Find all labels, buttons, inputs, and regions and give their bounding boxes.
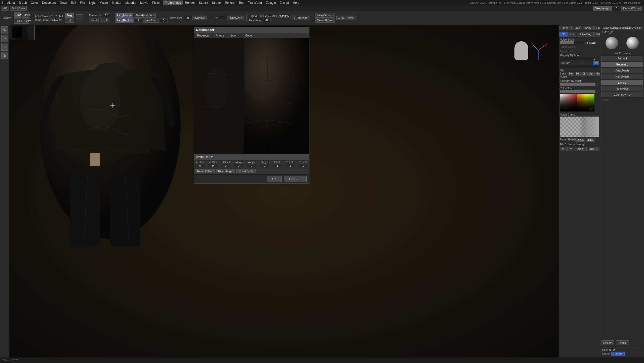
subtool-btn[interactable]: Subtool <box>601 56 643 61</box>
reset-scale-btn[interactable]: Reset Scale <box>236 169 256 173</box>
menu-brush[interactable]: Brush <box>17 1 28 5</box>
mil-btn[interactable]: Mil <box>575 72 581 76</box>
strength-del-btn[interactable]: Del <box>593 61 599 65</box>
ok-button[interactable]: OK <box>267 176 282 182</box>
zsub-btn[interactable]: Zsub <box>100 18 109 22</box>
detect-edges-btn[interactable]: DetectEdges <box>315 18 335 23</box>
array-mesh-btn[interactable]: ArrayMesh <box>601 68 643 73</box>
menu-movie[interactable]: Movie <box>138 1 150 5</box>
nano-mesh-btn[interactable]: NanoMesh <box>601 74 643 79</box>
menu-edit[interactable]: Edit <box>69 1 78 5</box>
nm-noiseplug-btn[interactable]: NoisePlug <box>577 32 594 37</box>
z-remesher-btn[interactable]: ZRemesher <box>292 16 310 20</box>
see-through-val[interactable]: 0 <box>613 6 620 10</box>
redo-btn[interactable]: Redo <box>597 147 600 151</box>
menu-stencil[interactable]: Stencil <box>197 1 210 5</box>
geometry-btn[interactable]: Geometry <box>601 62 643 67</box>
dir-btn[interactable]: Dir <box>581 72 587 76</box>
fh-btn[interactable]: fH <box>560 147 567 151</box>
menu-transform[interactable]: Transform <box>247 1 264 5</box>
geometry-hd-btn[interactable]: Geometry HD <box>601 92 643 97</box>
zadd-btn[interactable]: Zadd <box>89 18 99 22</box>
texture-sphere[interactable] <box>626 37 639 49</box>
noisemaker-preview-area[interactable] <box>194 38 309 154</box>
color-square-left[interactable] <box>560 94 577 112</box>
left-icon-4[interactable]: ↻ <box>1 52 8 59</box>
layers-btn[interactable]: Layers <box>601 80 643 85</box>
x-angle-val[interactable]: 0 <box>234 164 244 167</box>
undo-btn[interactable]: Undo <box>586 147 597 151</box>
fv-btn[interactable]: fV <box>567 147 574 151</box>
menu-picker[interactable]: Picker <box>150 1 162 5</box>
select-r-btn[interactable]: SelectR <box>616 340 629 345</box>
menu-preferences[interactable]: Preferences <box>163 1 183 5</box>
color-picker-main[interactable] <box>560 94 599 112</box>
x-offset-val[interactable]: 0 <box>195 164 205 167</box>
lazy-snap-btn[interactable]: LazySnap <box>143 18 159 23</box>
reset-btn[interactable]: Reset <box>575 147 586 151</box>
cancel-button[interactable]: CANCEL <box>284 176 307 182</box>
noisemaker-move[interactable]: Move <box>242 33 255 38</box>
mrgb-btn[interactable]: Mrgb <box>65 13 74 18</box>
m-btn[interactable]: M <box>65 18 74 23</box>
magnify-by-mask-bar[interactable] <box>560 57 593 60</box>
menu-macro[interactable]: Macro <box>98 1 110 5</box>
z-intensity-val[interactable]: 21 <box>103 13 110 17</box>
y-scale-val[interactable]: 1 <box>285 164 295 167</box>
scale-btn[interactable]: Scale <box>14 18 21 24</box>
menu-file[interactable]: File <box>78 1 87 5</box>
draw-btn[interactable]: Draw <box>14 12 21 18</box>
left-icon-2[interactable]: ↔ <box>1 35 8 42</box>
offset-btn[interactable]: Offset <box>575 138 585 142</box>
nm-uv-btn[interactable]: Uv <box>568 32 576 37</box>
menu-alpha[interactable]: Alpha <box>5 1 17 5</box>
default-zscript-btn[interactable]: DefaultZScript <box>621 6 642 11</box>
menu-render[interactable]: Render <box>183 1 196 5</box>
menu-zplugin[interactable]: Zplugin <box>264 1 277 5</box>
colorblend-bar[interactable] <box>560 90 595 93</box>
y-angle-val[interactable]: 0 <box>247 164 257 167</box>
left-icon-3[interactable]: ⤡ <box>1 44 8 51</box>
left-icon-1[interactable]: ✎ <box>1 26 8 33</box>
target-poly-val[interactable]: 9.36869 <box>278 14 291 18</box>
nm-3d-btn[interactable]: 3D <box>559 32 568 37</box>
move-btn[interactable]: Move <box>22 12 29 18</box>
min-btn[interactable]: Min <box>587 72 594 76</box>
noise-curve-preview[interactable] <box>560 117 599 137</box>
reset-offset-btn[interactable]: Reset Offset <box>195 169 215 173</box>
nm-paste-btn[interactable]: Paste <box>594 26 600 30</box>
see-through-btn[interactable]: See-through <box>593 6 612 11</box>
dyna-mesh-btn[interactable]: DynaMesh <box>227 16 244 20</box>
noisemaker-zoom[interactable]: Zoom <box>227 33 242 38</box>
menu-marker[interactable]: Marker <box>110 1 123 5</box>
auto-groups-btn[interactable]: Auto Groups <box>336 16 355 20</box>
fiber-mesh-btn[interactable]: FiberMesh <box>601 86 643 91</box>
lazy-mouse-btn[interactable]: LazyMouse <box>115 13 133 18</box>
rotate-btn[interactable]: Rotate <box>22 18 29 24</box>
ac-btn[interactable]: AC <box>2 6 9 11</box>
resolution-val[interactable]: 200 <box>263 18 271 22</box>
select-a-btn[interactable]: SelectA <box>601 340 614 345</box>
menu-help[interactable]: Help <box>291 1 301 5</box>
nm-edit-btn[interactable]: Edit <box>594 32 600 37</box>
backface-mask-btn[interactable]: BackfaceMask <box>134 13 156 18</box>
z-offset-val[interactable]: 0 <box>221 164 231 167</box>
y-offset-val[interactable]: 0 <box>208 164 218 167</box>
z-scale-val[interactable]: 1 <box>298 164 308 167</box>
accept-double-btn[interactable]: Double <box>611 352 625 356</box>
lazy-snap-val[interactable]: 0 <box>160 18 168 22</box>
menu-stroke[interactable]: Stroke <box>210 1 223 5</box>
menu-material[interactable]: Material <box>124 1 138 5</box>
menu-light[interactable]: Light <box>87 1 97 5</box>
noise-btn[interactable]: Noise <box>586 138 595 142</box>
noisemaker-frame[interactable]: Frame <box>213 33 228 38</box>
max-btn[interactable]: Max <box>594 72 600 76</box>
quicksave-btn[interactable]: QuickSave <box>10 6 27 11</box>
menu-texture[interactable]: Texture <box>223 1 236 5</box>
draw-size-val[interactable]: 90 <box>184 16 191 20</box>
nm-save-btn[interactable]: Save <box>571 26 582 30</box>
alpha-on-off-bar[interactable]: Alpha On/Off <box>194 154 309 160</box>
menu-zscript[interactable]: Zscript <box>278 1 291 5</box>
dynamic-btn[interactable]: Dynamic <box>192 16 207 20</box>
menu-color[interactable]: Color <box>29 1 40 5</box>
